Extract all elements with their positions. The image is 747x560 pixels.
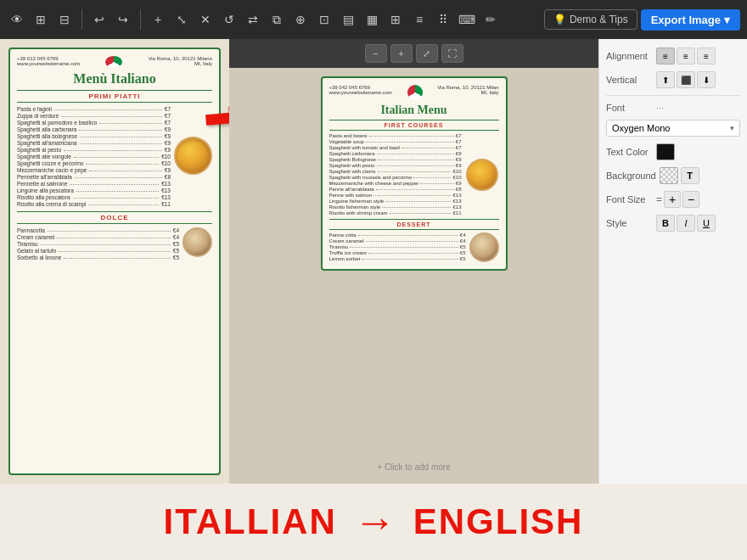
en-items-list-2: Panna cotta€4 Cream caramel€4 Tiramisu€5… [329,232,466,262]
font-row: Font ··· [606,103,740,113]
dessert-image [183,227,212,257]
font-size-increase-button[interactable]: + [664,191,681,208]
bold-button[interactable]: B [656,215,675,232]
list-item: Risotto alla pescatora€13 [17,194,171,200]
vertical-top-button[interactable]: ⬆ [656,71,675,88]
zoom-in-button[interactable]: + [390,44,413,63]
swap-icon[interactable]: ⇄ [243,9,263,30]
layer-icon[interactable]: ⊕ [290,9,311,30]
list-item: Risotto fisherman style€13 [329,204,462,210]
list-item: Spaghetti with mussels and pecorino€10 [329,175,462,180]
list-item: Risotto alla crema di scampi€11 [17,201,171,207]
click-add-hint[interactable]: + Click to add more [377,462,450,472]
view-icon[interactable]: 👁 [7,9,27,30]
list-item: Truffle ice cream€5 [329,250,466,255]
vertical-buttons: ⬆ ⬛ ⬇ [656,71,740,88]
style-row: Style B I U [606,215,740,232]
copy-icon[interactable]: ⧉ [267,9,287,30]
en-section2-title: DESSERT [329,219,499,230]
export-label: Export Image [651,14,721,26]
list-item: Spaghetti al pomodoro e basilico€7 [17,120,171,126]
font-selector[interactable]: Oxygen Mono ▾ [606,120,740,137]
font-select-row: Oxygen Mono ▾ [606,120,740,137]
grid-icon[interactable]: ⊞ [31,9,51,30]
resize-icon[interactable]: ⤡ [171,9,192,30]
chevron-down-icon: ▾ [724,14,730,26]
menu-icon[interactable]: ≡ [409,9,430,30]
canvas-content[interactable]: +39 042 045 6769 www.yourwebsitename.com… [229,68,598,484]
zoom-out-button[interactable]: − [365,44,387,63]
list-item: Vegetable soup€7 [329,139,462,144]
vertical-middle-button[interactable]: ⬛ [677,71,695,88]
edit-icon[interactable]: ✏ [480,9,501,30]
italian-menu-card: +39 012 045 6789 www.yourwebsitename.com… [8,48,221,475]
table-icon[interactable]: ▤ [338,9,358,30]
list-item: Spaghetti alla carbonara€9 [17,126,171,132]
en-items-list-1: Pasta and beans€7 Vegetable soup€7 Spagh… [329,133,462,216]
align-right-button[interactable]: ≡ [697,48,716,64]
font-size-decrease-button[interactable]: − [682,191,699,208]
align-center-button[interactable]: ≡ [677,48,695,64]
menu-title-italian: Menù Italiano [17,71,212,87]
add-icon[interactable]: + [148,9,168,30]
list-item: Lemon sorbet€5 [329,256,466,261]
demo-tips-button[interactable]: 💡 Demo & Tips [544,9,637,30]
list-item: Spaghetti all'amatriciana€9 [17,140,171,146]
underline-button[interactable]: U [697,215,716,232]
list-item: Spaghetti al pesto€9 [17,147,171,153]
list-item: Penne all'arrabbiata€8 [329,187,462,192]
list-item: Spaghetti alle vongole€10 [17,154,171,160]
items-list-1: Pasta e fagioli€7 Zuppa di verdure€7 Spa… [17,106,171,208]
list-item: Spaghetti with pesto€9 [329,163,462,168]
list-item: Tiramisu€5 [17,241,179,247]
list-item: Panna cotta€4 [329,232,466,238]
center-canvas: − + ⤢ ⛶ +39 042 045 6769 www.yourwebsite… [229,39,598,484]
align-buttons: ≡ ≡ ≡ [656,48,740,64]
vertical-right-extra[interactable]: ⬇ [697,71,716,88]
translation-strip: ITALLIAN → ENGLISH [0,484,747,560]
grid2-icon[interactable]: ⊟ [54,9,75,30]
main-toolbar: 👁 ⊞ ⊟ ↩ ↪ + ⤡ ✕ ↺ ⇄ ⧉ ⊕ ⊡ ▤ ▦ ⊞ ≡ ⠿ ⌨ ✏ … [0,0,747,39]
left-panel: ➡ +39 012 045 6789 www.yourwebsitename.c… [0,39,229,484]
italic-button[interactable]: I [677,215,695,232]
section1-content: Pasta e fagioli€7 Zuppa di verdure€7 Spa… [17,106,212,208]
divider1 [606,95,740,96]
close-icon[interactable]: ✕ [195,9,216,30]
font-more-button[interactable]: ··· [656,103,664,113]
list-item: Risotto with shrimp cream€11 [329,210,462,216]
dots-icon[interactable]: ⠿ [433,9,453,30]
bg-buttons: T [660,167,740,184]
en-pasta-image [466,159,498,191]
vertical-controls: ⬆ ⬛ ⬇ [656,71,740,88]
grid3-icon[interactable]: ⊞ [385,9,406,30]
en-flag-icon [407,85,423,100]
export-image-button[interactable]: Export Image ▾ [641,9,740,31]
menu-address: Via Roma, 10, 20121 Milano MI, Italy [148,56,212,66]
text-color-row: Text Color [606,143,740,160]
rotate-icon[interactable]: ↺ [219,9,239,30]
list-item: Pasta and beans€7 [329,133,462,138]
fit-button[interactable]: ⤢ [416,44,438,63]
fullscreen-button[interactable]: ⛶ [441,44,463,63]
list-item: Spaghetti alla bolognese€9 [17,133,171,139]
list-item: Tiramisu€5 [329,244,466,249]
keyboard-icon[interactable]: ⌨ [457,9,477,30]
align-icon[interactable]: ⊡ [314,9,334,30]
translation-arrow-icon: → [354,501,396,543]
en-menu-title: Italian Menu [329,104,499,117]
style-label: Style [606,218,653,228]
bg-t-button[interactable]: T [681,167,699,184]
text-color-swatch[interactable] [656,143,675,160]
list-item: Pennette all'arrabbiata€8 [17,174,171,180]
bg-transparent-swatch[interactable] [660,167,678,184]
list-item: Pennette al salmone€13 [17,181,171,187]
menu-website: www.yourwebsitename.com [17,61,80,66]
align-left-button[interactable]: ≡ [656,48,675,64]
alignment-controls: ≡ ≡ ≡ [656,48,740,64]
list-item: Cream caramel€4 [329,238,466,244]
redo-icon[interactable]: ↪ [113,9,133,30]
pattern-icon[interactable]: ▦ [362,9,382,30]
menu-card-header: +39 012 045 6789 www.yourwebsitename.com… [17,56,212,68]
list-item: Penne with salmon€13 [329,193,462,198]
undo-icon[interactable]: ↩ [89,9,110,30]
